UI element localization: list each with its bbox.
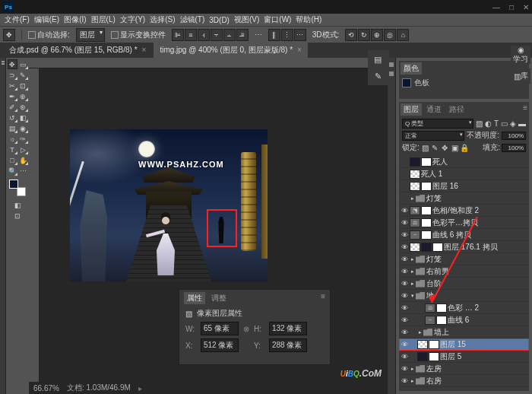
ruler-vertical[interactable] (29, 68, 40, 382)
auto-select-checkbox[interactable] (28, 31, 36, 39)
visibility-icon[interactable]: 👁 (399, 219, 410, 227)
align-icon[interactable]: ⫠ (223, 29, 236, 41)
menu-help[interactable]: 帮助(H) (294, 14, 323, 25)
menu-image[interactable]: 图像(I) (62, 14, 87, 25)
menu-window[interactable]: 窗口(W) (262, 14, 293, 25)
collapsed-dock[interactable] (0, 58, 6, 394)
visibility-icon[interactable]: 👁 (399, 280, 410, 288)
layer-name[interactable]: 图层 16 (432, 181, 527, 192)
visibility-icon[interactable]: 👁 (399, 353, 410, 361)
layer-name[interactable]: 左房 (426, 364, 527, 374)
layer-name[interactable]: 灯笼 (426, 193, 527, 204)
layer-name[interactable]: 曲线 6 拷贝 (432, 230, 527, 240)
layer-name[interactable]: 灯笼 (426, 254, 527, 265)
menu-type[interactable]: 文字(Y) (119, 14, 147, 25)
layer-row[interactable]: 👁▸灯笼 (399, 253, 529, 265)
marquee-tool[interactable]: ▭ (18, 59, 28, 69)
layer-thumb[interactable]: ⬔ (410, 206, 420, 215)
distribute-icon[interactable]: ⋯ (294, 29, 306, 41)
folder-fold-icon[interactable]: ▸ (410, 378, 416, 384)
layer-row[interactable]: 👁▸右前男 (399, 265, 529, 278)
menu-layer[interactable]: 图层(L) (90, 14, 117, 25)
layer-thumb[interactable] (410, 243, 420, 252)
distribute-icon[interactable]: ⋮ (281, 29, 293, 41)
color-swatches[interactable] (9, 180, 26, 196)
close-button[interactable]: ✕ (523, 3, 529, 11)
layer-name[interactable]: 地 (426, 291, 527, 301)
x-field[interactable]: 512 像素 (201, 338, 239, 352)
frame-tool[interactable]: ⊡ (18, 81, 28, 91)
w-field[interactable]: 65 像素 (201, 322, 239, 335)
align-icon[interactable]: ⊫ (172, 29, 184, 41)
layer-name[interactable]: 色相/饱和度 2 (432, 205, 527, 216)
visibility-icon[interactable]: 👁 (399, 365, 410, 373)
layer-thumb[interactable] (436, 316, 447, 325)
lasso-tool[interactable]: ⊃ (8, 70, 17, 80)
layer-row[interactable]: 👁▸右房 (399, 375, 529, 387)
align-icon[interactable]: ⫞ (198, 29, 210, 41)
history-icon[interactable]: ▤ (369, 52, 386, 67)
layer-name[interactable]: 台阶 (426, 278, 527, 289)
filter-icon[interactable]: T (494, 119, 499, 128)
opacity-value[interactable]: 100% (502, 132, 526, 140)
menu-filter[interactable]: 滤镜(T) (179, 14, 207, 25)
layer-name[interactable]: 右前男 (426, 266, 527, 277)
layer-row[interactable]: 👁▸左房 (399, 363, 529, 375)
lock-all-icon[interactable]: 🔒 (461, 144, 469, 152)
menu-file[interactable]: 文件(F) (3, 14, 31, 25)
layer-thumb[interactable]: ⚖ (410, 218, 420, 227)
layer-name[interactable]: 死人 1 (421, 169, 527, 180)
path-tool[interactable]: ▷ (18, 145, 28, 154)
folder-fold-icon[interactable]: ▸ (410, 281, 416, 287)
layer-thumb[interactable] (417, 352, 428, 361)
quickmask-tool[interactable]: ◧ (13, 200, 23, 210)
layer-name[interactable]: 色彩平…拷贝 (432, 218, 527, 228)
layer-thumb[interactable] (432, 243, 443, 252)
3d-icon[interactable]: ⊕ (371, 29, 383, 41)
auto-select-target[interactable]: 图层 (76, 28, 105, 42)
layer-name[interactable]: 色彩 … 2 (448, 303, 527, 313)
layer-thumb[interactable] (417, 340, 428, 349)
pen-tool[interactable]: ✑ (18, 134, 28, 144)
align-icon[interactable]: ≡ (185, 29, 197, 41)
h-field[interactable]: 132 像素 (269, 322, 307, 335)
y-field[interactable]: 288 像素 (269, 338, 307, 352)
tab-adjustments[interactable]: 调整 (208, 292, 230, 304)
lock-position-icon[interactable]: ✥ (441, 144, 449, 152)
layer-row[interactable]: 死人 (399, 156, 529, 168)
3d-icon[interactable]: ◎ (384, 29, 396, 41)
blur-tool[interactable]: ◉ (18, 123, 28, 133)
layer-name[interactable]: 图层 15 (440, 339, 527, 350)
layer-thumb[interactable] (421, 230, 432, 240)
layer-row[interactable]: 👁图层 176.1 拷贝 (399, 241, 529, 253)
distribute-icon[interactable]: ‖ (268, 29, 280, 41)
visibility-icon[interactable]: 👁 (399, 292, 410, 300)
brush-panel-icon[interactable]: ✎ (369, 68, 386, 84)
visibility-icon[interactable]: 👁 (399, 243, 410, 251)
tab-document-2[interactable]: timg.jpg @ 400% (图层 0, 图层蒙版/8) *× (154, 43, 308, 58)
layer-name[interactable]: 图层 176.1 拷贝 (444, 242, 527, 253)
visibility-icon[interactable]: 👁 (399, 304, 410, 312)
lock-transparency-icon[interactable]: ▨ (421, 144, 429, 152)
layer-list[interactable]: 死人死人 1图层 16▸灯笼👁⬔色相/饱和度 2👁⚖色彩平…拷贝👁~曲线 6 拷… (399, 156, 529, 391)
maximize-button[interactable]: □ (509, 3, 514, 11)
fg-swatch[interactable] (402, 78, 411, 87)
show-transform-checkbox[interactable] (111, 31, 119, 39)
align-icon[interactable]: ⫟ (211, 29, 223, 41)
layer-thumb[interactable] (421, 206, 432, 215)
layer-name[interactable]: 图层 5 (440, 351, 527, 362)
doc-info[interactable]: 文档: 1.03M/46.9M (67, 383, 131, 393)
chevron-right-icon[interactable]: ▸ (138, 384, 142, 392)
filter-toggle[interactable]: ▬ (518, 119, 526, 128)
quick-select-tool[interactable]: ✎ (18, 70, 28, 80)
brush-tool[interactable]: ✐ (8, 102, 17, 112)
move-tool-icon[interactable]: ✥ (3, 29, 15, 41)
learn-button[interactable]: ◉学习 (511, 46, 530, 64)
layer-thumb[interactable] (410, 182, 420, 191)
ruler-horizontal[interactable] (29, 58, 388, 68)
layer-thumb[interactable] (436, 303, 447, 313)
folder-fold-icon[interactable]: ▸ (410, 256, 416, 262)
layer-name[interactable]: 曲线 6 (448, 315, 527, 326)
panel-menu-icon[interactable]: ≡ (523, 103, 527, 116)
layer-thumb[interactable] (421, 182, 432, 191)
